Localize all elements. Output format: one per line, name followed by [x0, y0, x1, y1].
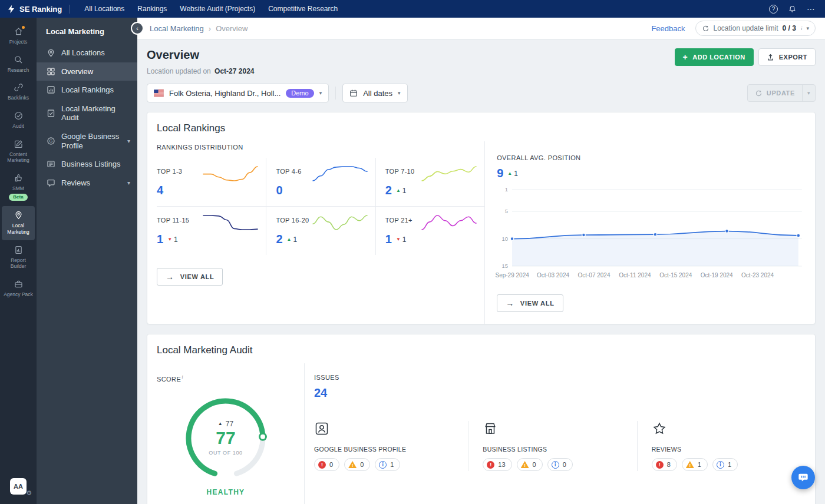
- location-select[interactable]: Folk Osteria, Highland Dr., Holl... Demo…: [147, 84, 329, 102]
- sidebar-item-google-business-profile[interactable]: G Google Business Profile ▾: [37, 127, 137, 155]
- sidebar-item-local-marketing-audit[interactable]: Local Marketing Audit: [37, 100, 137, 127]
- settings-gear-icon[interactable]: ⚙: [26, 489, 32, 497]
- update-dropdown-toggle[interactable]: ▾: [802, 85, 815, 101]
- avg-position-value: 9: [497, 167, 503, 180]
- sidebar-collapse-button[interactable]: ‹: [132, 23, 143, 34]
- review-bubble-icon: [47, 178, 55, 187]
- distribution-cell-top-11-15: TOP 11-15 1 ▼1: [157, 206, 266, 255]
- sidebar-item-all-locations[interactable]: All Locations: [37, 44, 137, 62]
- trend-sparkline: [202, 164, 259, 184]
- distribution-cell-top-16-20: TOP 16-20 2 ▲1: [266, 206, 375, 255]
- delta-value: 1: [174, 236, 178, 244]
- chat-launcher-button[interactable]: [791, 466, 815, 489]
- update-button[interactable]: UPDATE ▾: [747, 84, 816, 102]
- date-range-value: All dates: [363, 89, 392, 98]
- date-range-select[interactable]: All dates ▾: [342, 84, 407, 102]
- sidebar-item-reviews[interactable]: Reviews ▾: [37, 174, 137, 193]
- add-location-label: ADD LOCATION: [692, 54, 745, 61]
- refresh-icon: [755, 89, 763, 97]
- view-all-rankings-button[interactable]: → VIEW ALL: [157, 268, 223, 286]
- notices-badge[interactable]: i1: [712, 458, 738, 471]
- x-axis-label: Oct-07 2024: [578, 272, 610, 278]
- view-all-positions-button[interactable]: → VIEW ALL: [497, 294, 563, 312]
- notices-badge[interactable]: i1: [375, 458, 400, 471]
- errors-count: 0: [329, 461, 333, 468]
- range-label: TOP 21+: [385, 213, 412, 224]
- research-magnifier-icon: [14, 55, 24, 65]
- warnings-count: 1: [698, 461, 701, 468]
- info-superscript-icon: i: [182, 374, 183, 380]
- rail-item-local-marketing[interactable]: Local Marketing: [2, 206, 35, 240]
- rail-item-agency-pack[interactable]: Agency Pack: [2, 275, 35, 303]
- location-update-limit[interactable]: Location update limit 0 / 3 i ▾: [695, 21, 816, 36]
- topbar-actions: ? ⋯: [769, 5, 816, 14]
- delta-indicator: ▲1: [507, 170, 518, 178]
- arrow-up-icon: ▲: [218, 422, 223, 426]
- chevron-down-icon: ▾: [127, 138, 130, 145]
- health-score-gauge: ▲ 77 77 OUT OF 100: [182, 394, 270, 482]
- warning-icon: !: [686, 461, 694, 468]
- errors-badge[interactable]: !0: [314, 458, 339, 471]
- nav-rankings[interactable]: Rankings: [131, 0, 173, 18]
- overview-grid-icon: [47, 67, 55, 76]
- feedback-link[interactable]: Feedback: [651, 24, 685, 33]
- sidebar-item-overview[interactable]: Overview: [37, 62, 137, 81]
- nav-website-audit[interactable]: Website Audit (Projects): [173, 0, 262, 18]
- warnings-badge[interactable]: !0: [344, 458, 370, 471]
- notifications-bell-icon[interactable]: [788, 5, 797, 14]
- warnings-badge[interactable]: !0: [517, 458, 543, 471]
- help-icon[interactable]: ?: [769, 5, 778, 14]
- trend-sparkline: [421, 213, 477, 233]
- rail-item-research[interactable]: Research: [2, 51, 35, 78]
- warning-icon: !: [348, 461, 357, 468]
- nav-competitive-research[interactable]: Competitive Research: [262, 0, 344, 18]
- audit-score-panel: SCOREi ▲ 77 77 OUT OF 100: [147, 363, 304, 504]
- distribution-cell-top-4-6: TOP 4-6 0: [266, 158, 375, 206]
- more-options-icon[interactable]: ⋯: [807, 6, 816, 12]
- arrow-right-icon: →: [166, 272, 174, 281]
- export-button[interactable]: EXPORT: [758, 48, 816, 66]
- rail-item-label: Report Builder: [3, 257, 34, 270]
- distribution-cell-top-1-3: TOP 1-3 4: [157, 158, 266, 206]
- sidebar-item-local-rankings[interactable]: Local Rankings: [37, 81, 137, 100]
- sidebar-item-label: All Locations: [61, 48, 105, 58]
- chevron-right-icon: ›: [209, 24, 211, 33]
- beta-badge: Beta: [9, 194, 27, 201]
- svg-text:G: G: [50, 138, 53, 144]
- brand-logo[interactable]: SE Ranking: [7, 5, 62, 14]
- rail-item-audit[interactable]: Audit: [2, 107, 35, 134]
- arrow-right-icon: →: [506, 299, 514, 308]
- update-button-main[interactable]: UPDATE: [748, 85, 802, 101]
- score-delta-value: 77: [226, 420, 233, 428]
- updated-date: Oct-27 2024: [214, 67, 254, 75]
- errors-badge[interactable]: !8: [652, 458, 677, 471]
- report-builder-icon: [14, 245, 24, 255]
- rail-item-projects[interactable]: Projects: [2, 22, 35, 50]
- notices-badge[interactable]: i0: [547, 458, 573, 471]
- rail-item-content-marketing[interactable]: Content Marketing: [2, 135, 35, 168]
- content-pencil-icon: [14, 139, 24, 149]
- trend-sparkline: [312, 213, 368, 233]
- avatar[interactable]: AA: [10, 478, 27, 495]
- breadcrumb-actions: Feedback Location update limit 0 / 3 i ▾: [651, 21, 816, 36]
- rail-item-label: Agency Pack: [4, 291, 33, 298]
- storefront-icon: [483, 421, 498, 436]
- info-superscript-icon: i: [801, 25, 803, 31]
- page-content: Overview Location updated on Oct-27 2024…: [137, 39, 825, 504]
- add-location-button[interactable]: + ADD LOCATION: [675, 48, 754, 66]
- rail-item-label: Local Marketing: [3, 223, 34, 235]
- rail-item-smm[interactable]: SMM Beta: [2, 169, 35, 206]
- breadcrumb-section-link[interactable]: Local Marketing: [150, 24, 204, 33]
- breadcrumb-bar: Local Marketing › Overview Feedback Loca…: [137, 18, 825, 39]
- nav-all-locations[interactable]: All Locations: [78, 0, 131, 18]
- demo-badge: Demo: [286, 89, 314, 98]
- rail-item-backlinks[interactable]: Backlinks: [2, 78, 35, 106]
- warnings-badge[interactable]: !1: [682, 458, 708, 471]
- audit-check-icon: [14, 111, 24, 121]
- calendar-icon: [349, 89, 358, 97]
- rail-item-report-builder[interactable]: Report Builder: [2, 241, 35, 274]
- sidebar-item-business-listings[interactable]: Business Listings: [37, 155, 137, 174]
- errors-badge[interactable]: !13: [483, 458, 512, 471]
- primary-sidebar-rail: Projects Research Backlinks Audit Conten…: [0, 18, 37, 504]
- audit-body: SCOREi ▲ 77 77 OUT OF 100: [147, 363, 815, 504]
